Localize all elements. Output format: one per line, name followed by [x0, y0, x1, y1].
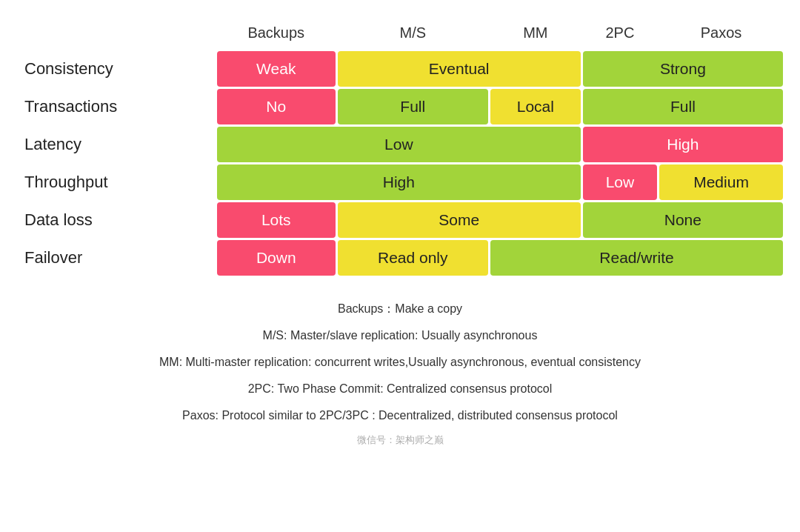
- cell-1-1: Full: [338, 89, 488, 124]
- descriptions-section: Backups：Make a copy M/S: Master/slave re…: [15, 300, 785, 425]
- cell-2-1: High: [583, 127, 783, 162]
- table-row: ThroughputHighLowMedium: [17, 164, 783, 200]
- desc-ms: M/S: Master/slave replication: Usually a…: [15, 327, 785, 345]
- main-container: Backups M/S MM 2PC Paxos ConsistencyWeak…: [15, 15, 785, 447]
- cell-4-2: None: [583, 202, 783, 238]
- cell-0-2: Strong: [583, 51, 783, 87]
- cell-5-1: Read only: [338, 240, 488, 276]
- desc-backups: Backups：Make a copy: [15, 300, 785, 318]
- row-label-failover: Failover: [17, 240, 215, 276]
- cell-1-0: No: [217, 89, 336, 124]
- row-label-data-loss: Data loss: [17, 202, 215, 238]
- cell-4-1: Some: [338, 202, 581, 238]
- desc-mm: MM: Multi-master replication: concurrent…: [15, 353, 785, 371]
- desc-paxos: Paxos: Protocol similar to 2PC/3PC : Dec…: [15, 407, 785, 425]
- comparison-table: Backups M/S MM 2PC Paxos ConsistencyWeak…: [15, 15, 785, 278]
- cell-5-0: Down: [217, 240, 336, 276]
- header-backups: Backups: [217, 17, 336, 49]
- cell-2-0: Low: [217, 127, 581, 162]
- cell-0-1: Eventual: [338, 51, 581, 87]
- cell-5-2: Read/write: [490, 240, 783, 276]
- row-label-latency: Latency: [17, 127, 215, 162]
- row-label-transactions: Transactions: [17, 89, 215, 124]
- cell-4-0: Lots: [217, 202, 336, 238]
- header-mm: MM: [490, 17, 581, 49]
- table-row: FailoverDownRead onlyRead/write: [17, 240, 783, 276]
- row-label-consistency: Consistency: [17, 51, 215, 87]
- header-empty: [17, 17, 215, 49]
- table-row: TransactionsNoFullLocalFull: [17, 89, 783, 124]
- desc-2pc: 2PC: Two Phase Commit: Centralized conse…: [15, 380, 785, 398]
- cell-1-3: Full: [583, 89, 783, 124]
- table-row: ConsistencyWeakEventualStrong: [17, 51, 783, 87]
- cell-1-2: Local: [490, 89, 581, 124]
- header-2pc: 2PC: [583, 17, 657, 49]
- row-label-throughput: Throughput: [17, 164, 215, 200]
- cell-3-0: High: [217, 164, 581, 200]
- header-paxos: Paxos: [659, 17, 783, 49]
- header-ms: M/S: [338, 17, 488, 49]
- watermark: 微信号：架构师之巅: [15, 433, 785, 447]
- cell-0-0: Weak: [217, 51, 336, 87]
- table-wrapper: Backups M/S MM 2PC Paxos ConsistencyWeak…: [15, 15, 785, 278]
- table-row: Data lossLotsSomeNone: [17, 202, 783, 238]
- header-row: Backups M/S MM 2PC Paxos: [17, 17, 783, 49]
- cell-3-1: Low: [583, 164, 657, 200]
- cell-3-2: Medium: [659, 164, 783, 200]
- table-row: LatencyLowHigh: [17, 127, 783, 162]
